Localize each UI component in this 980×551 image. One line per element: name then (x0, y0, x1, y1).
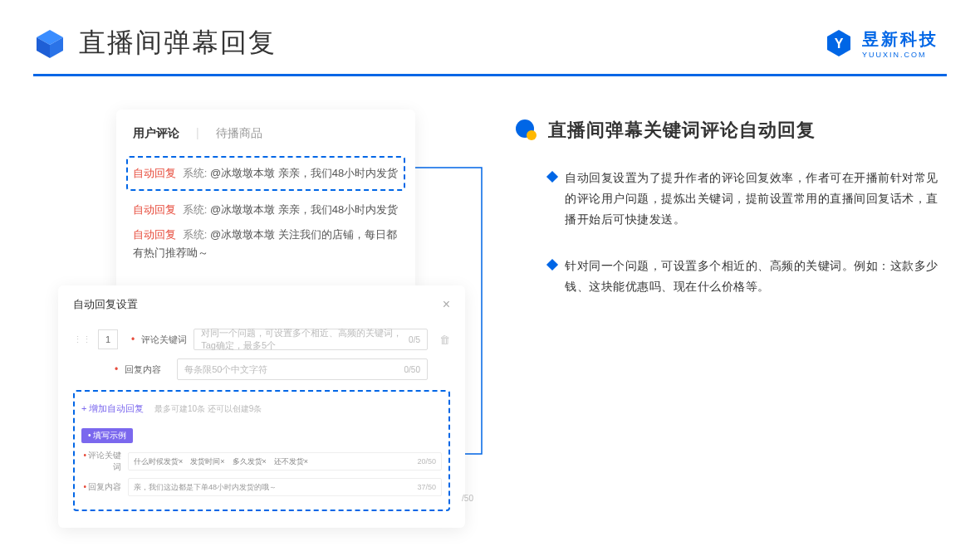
left-column: 用户评论 | 待播商品 自动回复 系统: @冰墩墩本墩 亲亲，我们48小时内发货… (58, 110, 473, 528)
auto-reply-badge: 自动回复 (133, 167, 176, 179)
header: 直播间弹幕回复 Y 昱新科技 YUUXIN.COM (0, 0, 980, 74)
tab-pending-goods[interactable]: 待播商品 (216, 126, 262, 141)
diamond-icon (546, 258, 558, 270)
ex-content-text: 亲，我们这边都是下单48小时内发货的哦～ (134, 482, 277, 493)
outer-counter: /50 (462, 494, 473, 503)
comment-text: @冰墩墩本墩 亲亲，我们48小时内发货 (210, 203, 398, 216)
bubble-icon (515, 119, 538, 142)
example-section: + 增加自动回复 最多可建10条 还可以创建9条 • 填写示例 •评论关键词 什… (73, 390, 450, 511)
drag-handle-icon[interactable]: ⋮⋮ (73, 334, 91, 345)
example-keyword-input: 什么时候发货× 发货时间× 多久发货× 还不发货× 20/50 (128, 452, 442, 471)
close-icon[interactable]: × (443, 297, 450, 312)
keyword-placeholder: 对同一个问题，可设置多个相近、高频的关键词，Tag确定，最多5个 (201, 327, 409, 352)
ex-kw-counter: 20/50 (417, 457, 436, 466)
ex-tags: 什么时候发货× 发货时间× 多久发货× 还不发货× (134, 456, 308, 467)
brand-logo: Y 昱新科技 YUUXIN.COM (824, 28, 938, 59)
brand-icon: Y (824, 28, 854, 58)
diamond-icon (546, 171, 558, 183)
bullet-item-1: 自动回复设置为了提升作者的评论回复效率，作者可在开播前针对常见的评论用户问题，提… (515, 168, 938, 231)
content-counter: 0/50 (404, 365, 420, 374)
system-label: 系统: (183, 203, 208, 216)
auto-reply-badge: 自动回复 (133, 228, 176, 241)
tabs: 用户评论 | 待播商品 (133, 126, 399, 141)
keyword-counter: 0/5 (409, 335, 420, 344)
add-auto-reply-link[interactable]: + 增加自动回复 (81, 402, 144, 415)
svg-point-5 (527, 130, 537, 140)
example-tag: • 填写示例 (81, 428, 133, 443)
brand-name: 昱新科技 (862, 30, 938, 48)
tab-user-comments[interactable]: 用户评论 (133, 126, 179, 141)
trash-icon[interactable]: 🗑 (439, 334, 450, 346)
keyword-label: 评论关键词 (141, 334, 187, 346)
content-placeholder: 每条限50个中文字符 (184, 363, 267, 376)
sequence-number[interactable]: 1 (98, 329, 118, 349)
content: 用户评论 | 待播商品 自动回复 系统: @冰墩墩本墩 亲亲，我们48小时内发货… (0, 76, 980, 528)
settings-header: 自动回复设置 × (73, 297, 450, 312)
cube-icon (33, 27, 66, 60)
content-label: 回复内容 (125, 363, 170, 376)
ex-content-counter: 37/50 (417, 483, 436, 491)
ex-content-label: 回复内容 (88, 482, 121, 491)
comments-card: 用户评论 | 待播商品 自动回复 系统: @冰墩墩本墩 亲亲，我们48小时内发货… (116, 110, 415, 294)
right-column: 直播间弹幕关键词评论自动回复 自动回复设置为了提升作者的评论回复效率，作者可在开… (515, 110, 938, 528)
svg-text:Y: Y (835, 37, 844, 51)
header-left: 直播间弹幕回复 (33, 25, 277, 61)
ex-kw-label: 评论关键词 (88, 451, 121, 471)
comment-row: 自动回复 系统: @冰墩墩本墩 亲亲，我们48小时内发货 (133, 201, 399, 219)
form-row-keyword: ⋮⋮ 1 • 评论关键词 对同一个问题，可设置多个相近、高频的关键词，Tag确定… (73, 329, 450, 350)
bullet-text-1: 自动回复设置为了提升作者的评论回复效率，作者可在开播前针对常见的评论用户问题，提… (565, 168, 938, 231)
add-hint: 最多可建10条 还可以创建9条 (154, 404, 262, 413)
example-content-input: 亲，我们这边都是下单48小时内发货的哦～ 37/50 (128, 478, 442, 496)
auto-reply-badge: 自动回复 (133, 203, 176, 216)
example-keyword-row: •评论关键词 什么时候发货× 发货时间× 多久发货× 还不发货× 20/50 (81, 450, 442, 473)
example-content-row: •回复内容 亲，我们这边都是下单48小时内发货的哦～ 37/50 (81, 478, 442, 496)
settings-title: 自动回复设置 (73, 297, 138, 312)
highlighted-comment: 自动回复 系统: @冰墩墩本墩 亲亲，我们48小时内发货 (126, 156, 405, 191)
required-dot: • (131, 334, 135, 345)
brand-sub: YUUXIN.COM (862, 51, 938, 59)
content-input[interactable]: 每条限50个中文字符 0/50 (177, 358, 428, 380)
form-row-content: • 回复内容 每条限50个中文字符 0/50 (73, 358, 450, 380)
system-label: 系统: (183, 228, 208, 241)
system-label: 系统: (183, 167, 208, 179)
bullet-item-2: 针对同一个问题，可设置多个相近的、高频的关键词。例如：这款多少钱、这块能优惠吗、… (515, 256, 938, 297)
required-dot: • (115, 363, 118, 375)
keyword-input[interactable]: 对同一个问题，可设置多个相近、高频的关键词，Tag确定，最多5个 0/5 (194, 329, 428, 350)
settings-card: 自动回复设置 × ⋮⋮ 1 • 评论关键词 对同一个问题，可设置多个相近、高频的… (58, 285, 465, 528)
comment-row: 自动回复 系统: @冰墩墩本墩 关注我们的店铺，每日都有热门推荐呦～ (133, 226, 399, 262)
section-head: 直播间弹幕关键词评论自动回复 (515, 118, 938, 143)
page-title: 直播间弹幕回复 (79, 25, 277, 61)
bullet-text-2: 针对同一个问题，可设置多个相近的、高频的关键词。例如：这款多少钱、这块能优惠吗、… (565, 256, 938, 297)
section-title: 直播间弹幕关键词评论自动回复 (548, 118, 816, 143)
comment-text: @冰墩墩本墩 亲亲，我们48小时内发货 (210, 167, 398, 179)
